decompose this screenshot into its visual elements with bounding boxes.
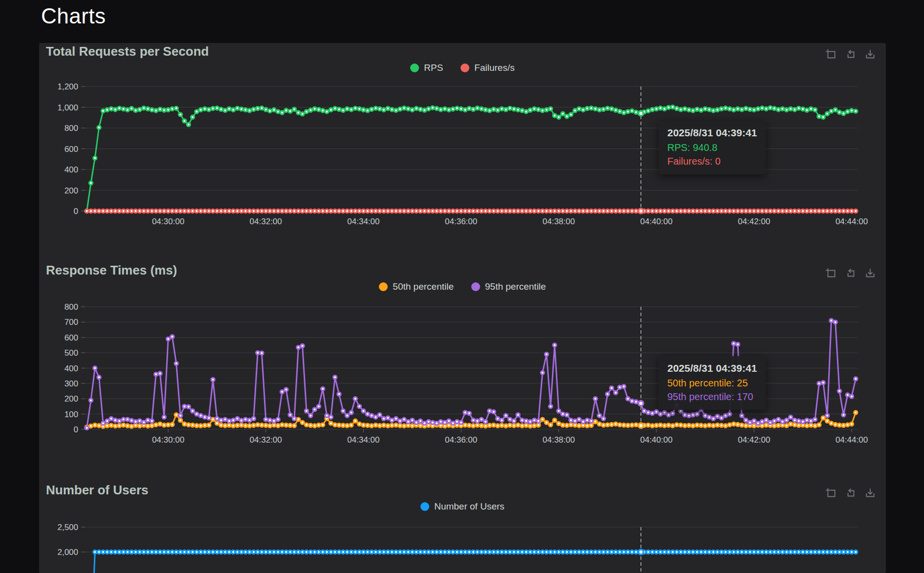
svg-text:04:34:00: 04:34:00 xyxy=(347,217,379,226)
zoom-select-icon[interactable] xyxy=(825,488,837,499)
svg-text:0: 0 xyxy=(74,207,78,216)
svg-text:800: 800 xyxy=(65,124,78,133)
svg-text:2,500: 2,500 xyxy=(57,523,78,532)
svg-text:400: 400 xyxy=(65,165,78,174)
restore-icon[interactable] xyxy=(845,268,857,279)
p95-legend-label: 95th percentile xyxy=(485,281,546,292)
page-title: Charts xyxy=(41,4,106,28)
svg-text:1,000: 1,000 xyxy=(57,103,78,112)
legend-item-rps[interactable]: RPS xyxy=(410,63,443,73)
toolbox-response-times xyxy=(825,268,876,279)
rps-chart-plot[interactable]: 1,2001,000800600400200004:30:0004:32:000… xyxy=(39,77,886,231)
legend-item-p50[interactable]: 50th percentile xyxy=(379,281,454,292)
svg-text:100: 100 xyxy=(65,410,78,419)
svg-text:600: 600 xyxy=(65,333,78,342)
svg-text:04:42:00: 04:42:00 xyxy=(738,217,770,226)
svg-text:04:34:00: 04:34:00 xyxy=(347,435,379,445)
chart-title-rps: Total Requests per Second xyxy=(46,44,209,59)
svg-text:04:40:00: 04:40:00 xyxy=(640,217,672,226)
svg-text:04:42:00: 04:42:00 xyxy=(738,435,770,445)
zoom-select-icon[interactable] xyxy=(825,268,837,279)
failures-legend-dot xyxy=(461,64,469,72)
svg-text:700: 700 xyxy=(65,318,78,327)
svg-text:04:40:00: 04:40:00 xyxy=(640,435,672,445)
users-legend-dot xyxy=(420,502,429,511)
svg-text:04:32:00: 04:32:00 xyxy=(250,435,282,445)
p95-legend-dot xyxy=(471,282,480,291)
chart-title-users: Number of Users xyxy=(46,483,149,498)
restore-icon[interactable] xyxy=(845,49,857,61)
p50-legend-dot xyxy=(379,282,388,291)
svg-text:04:38:00: 04:38:00 xyxy=(543,435,575,445)
svg-text:1,200: 1,200 xyxy=(57,82,78,91)
svg-text:500: 500 xyxy=(65,348,78,358)
save-image-icon[interactable] xyxy=(864,49,876,61)
svg-text:200: 200 xyxy=(65,394,78,403)
svg-text:600: 600 xyxy=(65,145,78,154)
svg-text:04:30:00: 04:30:00 xyxy=(152,217,184,226)
users-chart-plot[interactable]: 2,5002,000 xyxy=(39,522,886,573)
svg-text:2,000: 2,000 xyxy=(57,548,78,557)
svg-text:04:38:00: 04:38:00 xyxy=(543,217,575,226)
legend-item-p95[interactable]: 95th percentile xyxy=(471,281,546,292)
chart-title-response-times: Response Times (ms) xyxy=(46,263,177,278)
legend-users: Number of Users xyxy=(39,501,886,512)
svg-text:800: 800 xyxy=(65,302,78,312)
svg-text:04:36:00: 04:36:00 xyxy=(445,435,477,445)
response-times-chart-plot[interactable]: 800700600500400300200100004:30:0004:32:0… xyxy=(39,302,886,448)
toolbox-users xyxy=(825,488,876,499)
svg-text:300: 300 xyxy=(65,379,78,388)
legend-item-users[interactable]: Number of Users xyxy=(420,501,505,512)
legend-rps: RPS Failures/s xyxy=(39,63,886,73)
toolbox-rps xyxy=(825,49,876,61)
restore-icon[interactable] xyxy=(845,488,857,499)
failures-legend-label: Failures/s xyxy=(474,63,514,73)
svg-text:04:36:00: 04:36:00 xyxy=(445,217,477,226)
svg-text:400: 400 xyxy=(65,364,78,373)
users-legend-label: Number of Users xyxy=(434,501,505,512)
legend-item-failures[interactable]: Failures/s xyxy=(461,63,514,73)
charts-panel: Total Requests per Second RPS Failures/s xyxy=(39,43,886,573)
svg-text:04:44:00: 04:44:00 xyxy=(836,217,868,226)
save-image-icon[interactable] xyxy=(864,268,876,279)
legend-response-times: 50th percentile 95th percentile xyxy=(39,281,886,292)
save-image-icon[interactable] xyxy=(864,488,876,499)
rps-legend-dot xyxy=(410,64,419,72)
svg-text:0: 0 xyxy=(74,425,78,434)
svg-text:04:32:00: 04:32:00 xyxy=(250,217,282,226)
zoom-select-icon[interactable] xyxy=(825,49,837,61)
svg-text:04:30:00: 04:30:00 xyxy=(152,435,184,445)
svg-text:200: 200 xyxy=(65,186,78,195)
svg-text:04:44:00: 04:44:00 xyxy=(836,435,868,445)
p50-legend-label: 50th percentile xyxy=(393,281,454,292)
rps-legend-label: RPS xyxy=(424,63,443,73)
